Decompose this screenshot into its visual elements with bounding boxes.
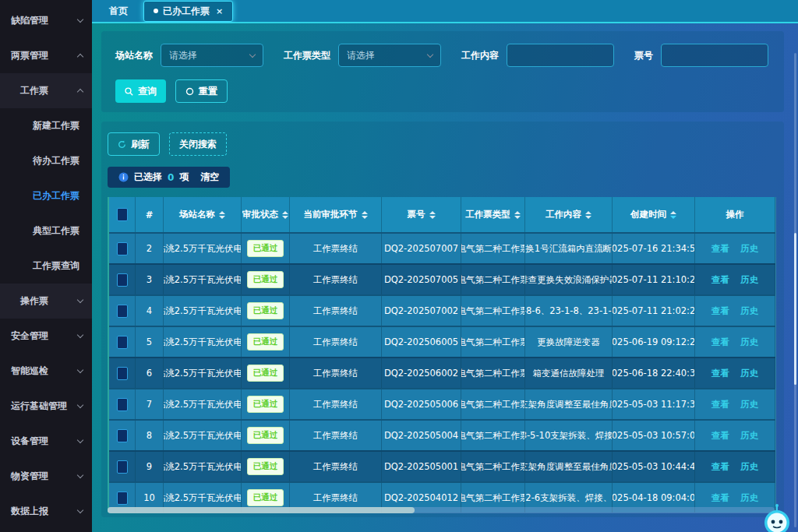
- row-checkbox[interactable]: [117, 429, 128, 442]
- sidebar-item[interactable]: 操作票: [0, 284, 92, 319]
- row-index: 6: [136, 358, 164, 388]
- sidebar-item[interactable]: 智能巡检: [0, 354, 92, 389]
- view-link[interactable]: 查看: [711, 274, 729, 286]
- row-checkbox[interactable]: [117, 398, 128, 411]
- history-link[interactable]: 历史: [740, 461, 758, 473]
- chevron-down-icon: [77, 402, 83, 408]
- table-row: 3临洮2.5万千瓦光伏电..已通过工作票终结DQ2-202507005电气第二种…: [109, 263, 775, 294]
- column-header[interactable]: 工作票类型: [461, 197, 525, 232]
- column-header[interactable]: 当前审批环节: [290, 197, 382, 232]
- row-index: 4: [136, 296, 164, 326]
- work-content-cell: 23-8-6、23-1-8、23-1-9...: [525, 296, 613, 326]
- history-link[interactable]: 历史: [740, 368, 758, 379]
- reset-button[interactable]: 重置: [175, 79, 228, 103]
- select-all-checkbox[interactable]: [117, 208, 128, 221]
- column-header[interactable]: 审批状态: [242, 197, 290, 232]
- tab-done-work-tickets[interactable]: 已办工作票 ×: [143, 1, 233, 22]
- station-name-cell: 临洮2.5万千瓦光伏电..: [164, 389, 242, 419]
- horizontal-scrollbar-thumb[interactable]: [108, 507, 415, 513]
- sort-icon[interactable]: [585, 211, 591, 219]
- sidebar-item[interactable]: 设备管理: [0, 424, 92, 459]
- row-checkbox[interactable]: [117, 242, 128, 255]
- ticket-type-cell: 电气第二种工作票: [461, 234, 525, 263]
- row-index: 5: [136, 327, 164, 357]
- horizontal-scrollbar[interactable]: [108, 507, 775, 513]
- sort-icon[interactable]: [219, 211, 225, 219]
- clear-selection-link[interactable]: 清空: [200, 171, 219, 184]
- history-link[interactable]: 历史: [740, 492, 758, 504]
- row-checkbox[interactable]: [117, 273, 128, 287]
- view-link[interactable]: 查看: [711, 492, 729, 504]
- sidebar-item[interactable]: 缺陷管理: [0, 3, 92, 38]
- view-link[interactable]: 查看: [711, 243, 729, 255]
- sort-icon[interactable]: [282, 211, 288, 219]
- sidebar-item-label: 物资管理: [11, 470, 48, 483]
- table-row: 7临洮2.5万千瓦光伏电..已通过工作票终结DQ2-202505006电气第二种…: [109, 388, 775, 419]
- tab-close-icon[interactable]: ×: [216, 6, 223, 16]
- ticket-no-cell: DQ2-202505001: [382, 452, 461, 481]
- row-checkbox[interactable]: [117, 460, 128, 474]
- created-time-cell: 2025-05-03 10:57:09: [613, 421, 695, 450]
- ticket-type-cell: 电气第二种工作票: [461, 327, 525, 357]
- history-link[interactable]: 历史: [740, 305, 758, 317]
- created-time-cell: 2025-06-18 22:40:36: [613, 358, 695, 388]
- column-header[interactable]: 票号: [382, 197, 461, 232]
- row-index: 2: [136, 234, 164, 263]
- station-name-select[interactable]: 请选择: [161, 44, 263, 67]
- ticket-no-input[interactable]: [661, 44, 768, 67]
- sidebar-item[interactable]: 数据上报: [0, 494, 92, 529]
- row-checkbox[interactable]: [117, 491, 128, 505]
- view-link[interactable]: 查看: [711, 461, 729, 473]
- sidebar-item-label: 工作票查询: [33, 259, 79, 273]
- chevron-up-icon: [77, 54, 83, 60]
- history-link[interactable]: 历史: [740, 243, 758, 255]
- sidebar-item[interactable]: 安全管理: [0, 319, 92, 354]
- ticket-no-cell: DQ2-202505004: [382, 421, 461, 450]
- view-link[interactable]: 查看: [711, 430, 729, 442]
- history-link[interactable]: 历史: [740, 336, 758, 348]
- sidebar-item[interactable]: 工作票: [0, 73, 92, 108]
- ticket-type-select[interactable]: 请选择: [338, 44, 441, 67]
- history-link[interactable]: 历史: [740, 399, 758, 410]
- row-checkbox[interactable]: [117, 336, 128, 349]
- sort-icon[interactable]: [514, 211, 521, 219]
- sidebar-item[interactable]: 运行基础管理: [0, 389, 92, 424]
- approval-step-cell: 工作票终结: [290, 421, 382, 450]
- history-link[interactable]: 历史: [740, 274, 758, 286]
- status-badge: 已通过: [247, 240, 284, 257]
- sidebar-item[interactable]: 物资管理: [0, 459, 92, 494]
- column-header[interactable]: 创建时间: [613, 197, 695, 232]
- vertical-scrollbar[interactable]: [794, 53, 796, 527]
- refresh-button[interactable]: 刷新: [108, 132, 160, 156]
- view-link[interactable]: 查看: [711, 399, 729, 410]
- sidebar-item[interactable]: 两票管理: [0, 38, 92, 73]
- row-checkbox[interactable]: [117, 305, 128, 318]
- sidebar-item-label: 已办工作票: [33, 189, 79, 203]
- close-search-button[interactable]: 关闭搜索: [169, 132, 227, 156]
- sidebar-item[interactable]: 典型工作票: [0, 213, 92, 248]
- status-badge: 已通过: [247, 458, 284, 475]
- sidebar-item[interactable]: 待办工作票: [0, 143, 92, 178]
- tab-home[interactable]: 首页: [100, 2, 137, 21]
- work-content-input[interactable]: [507, 44, 614, 67]
- sidebar-item[interactable]: 新建工作票: [0, 108, 92, 143]
- vertical-scrollbar-thumb[interactable]: [794, 233, 796, 385]
- view-link[interactable]: 查看: [711, 336, 729, 348]
- view-link[interactable]: 查看: [711, 305, 729, 317]
- table-panel: 刷新 关闭搜索 已选择 0 项 清空 #场站名称审批状态当前审批环节票号工作票类…: [101, 122, 784, 517]
- work-content-cell: 更换故障逆变器: [525, 327, 613, 357]
- search-button[interactable]: 查询: [115, 79, 166, 103]
- assistant-robot-icon[interactable]: [759, 502, 795, 532]
- chevron-down-icon: [77, 367, 83, 373]
- ticket-no-cell: DQ2-202507007: [382, 234, 461, 263]
- view-link[interactable]: 查看: [711, 368, 729, 379]
- column-header[interactable]: 场站名称: [164, 197, 242, 232]
- sidebar-item[interactable]: 已办工作票: [0, 178, 92, 213]
- history-link[interactable]: 历史: [740, 430, 758, 442]
- sort-icon[interactable]: [362, 211, 368, 219]
- row-checkbox[interactable]: [117, 367, 128, 380]
- sort-icon[interactable]: [429, 211, 436, 219]
- sort-icon[interactable]: [670, 211, 676, 219]
- column-header[interactable]: 工作内容: [525, 197, 613, 232]
- sidebar-item[interactable]: 工作票查询: [0, 248, 92, 284]
